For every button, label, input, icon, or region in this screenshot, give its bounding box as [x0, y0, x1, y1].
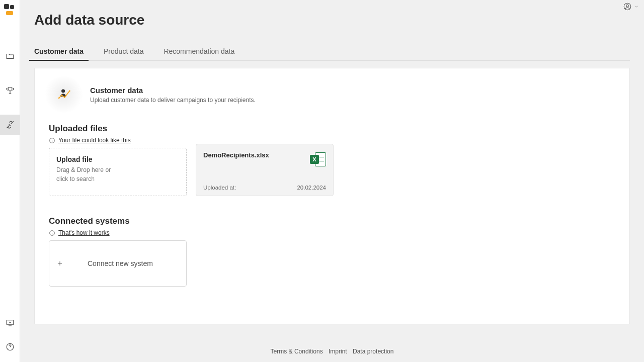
connect-label: Connect new system: [88, 259, 153, 267]
intro-subtext: Upload customer data to deliver campaign…: [90, 97, 256, 104]
sidebar-item-folder[interactable]: [0, 46, 20, 66]
connected-hint-link[interactable]: That's how it works: [58, 229, 110, 236]
info-icon: [49, 137, 55, 144]
tab-customer-data[interactable]: Customer data: [34, 43, 84, 60]
video-icon: [6, 318, 15, 327]
sidebar-bottom: [0, 316, 20, 354]
uploaded-hint-link[interactable]: Your file could look like this: [58, 137, 131, 144]
tab-product-data[interactable]: Product data: [104, 43, 143, 60]
intro-heading: Customer data: [90, 86, 256, 95]
sidebar-item-campaigns[interactable]: [0, 80, 20, 101]
footer-imprint[interactable]: Imprint: [329, 348, 347, 355]
svg-point-8: [69, 90, 70, 92]
svg-point-7: [64, 97, 65, 98]
upload-line2: click to search: [56, 174, 179, 184]
upload-title: Upload file: [56, 155, 179, 163]
uploaded-heading: Uploaded files: [49, 124, 615, 134]
connected-heading: Connected systems: [49, 216, 615, 226]
cup-icon: [6, 86, 15, 95]
footer-terms[interactable]: Terms & Conditions: [271, 348, 323, 355]
file-name: DemoRecipients.xlsx: [203, 151, 269, 159]
plug-icon: [6, 120, 15, 129]
upload-line1: Drag & Drop here or: [56, 165, 179, 174]
plus-icon: [56, 260, 63, 267]
svg-point-4: [61, 89, 65, 93]
sidebar: [0, 0, 20, 362]
svg-point-5: [58, 98, 60, 99]
intro: Customer data Upload customer data to de…: [49, 81, 615, 108]
uploaded-hint: Your file could look like this: [49, 137, 615, 144]
sidebar-item-video[interactable]: [0, 316, 20, 330]
customer-data-icon: [49, 81, 79, 108]
file-card[interactable]: DemoRecipients.xlsx X Uploaded at: 20.02…: [196, 144, 334, 196]
uploaded-cards: Upload file Drag & Drop here or click to…: [49, 148, 615, 196]
connected-hint: That's how it works: [49, 229, 615, 236]
excel-icon: X: [310, 151, 326, 167]
footer: Terms & Conditions Imprint Data protecti…: [20, 348, 644, 355]
footer-data-protection[interactable]: Data protection: [353, 348, 393, 355]
main: Add data source Customer data Product da…: [20, 0, 644, 362]
svg-point-6: [61, 95, 62, 96]
side-nav: [0, 46, 20, 135]
intro-text: Customer data Upload customer data to de…: [90, 86, 256, 104]
panel: Customer data Upload customer data to de…: [34, 68, 630, 324]
uploaded-at-label: Uploaded at:: [203, 185, 236, 191]
info-icon: [49, 230, 55, 236]
help-icon: [6, 342, 15, 351]
sidebar-item-data-sources[interactable]: [0, 115, 20, 135]
tabs: Customer data Product data Recommendatio…: [34, 43, 630, 61]
uploaded-at-date: 20.02.2024: [297, 185, 326, 191]
upload-file-card[interactable]: Upload file Drag & Drop here or click to…: [49, 148, 187, 196]
app-logo: [4, 4, 16, 16]
tab-recommendation-data[interactable]: Recommendation data: [164, 43, 234, 60]
folder-icon: [6, 52, 15, 61]
sidebar-item-help[interactable]: [0, 340, 20, 354]
connect-system-card[interactable]: Connect new system: [49, 240, 187, 287]
page-title: Add data source: [34, 12, 630, 28]
